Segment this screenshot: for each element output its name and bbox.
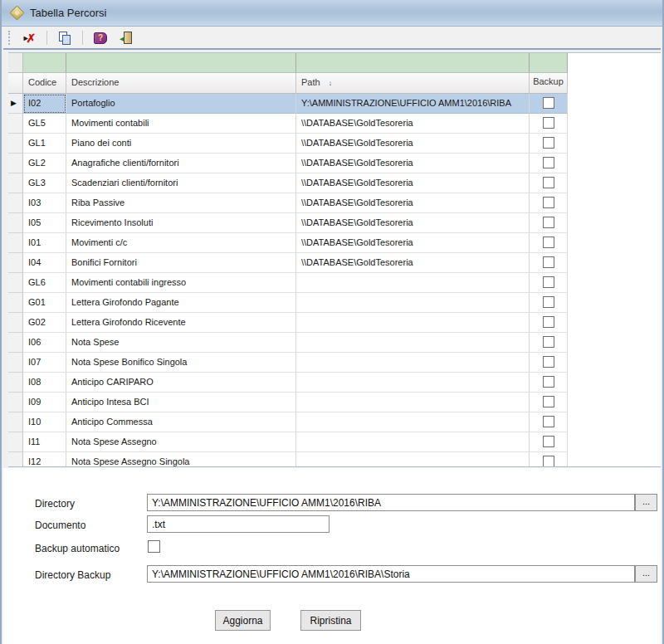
cell-descrizione[interactable]: Lettera Girofondo Pagante: [66, 293, 296, 313]
cell-descrizione[interactable]: Piano dei conti: [66, 134, 296, 154]
backup-checkbox[interactable]: [543, 376, 554, 388]
backup-checkbox[interactable]: [543, 296, 554, 308]
cell-path[interactable]: \\DATABASE\GoldTesoreria: [296, 114, 530, 134]
cell-descrizione[interactable]: Anticipo Commessa: [66, 412, 296, 432]
cell-descrizione[interactable]: Nota Spese Assegno: [66, 432, 296, 452]
backup-checkbox[interactable]: [543, 316, 554, 328]
title-bar[interactable]: Tabella Percorsi: [2, 0, 662, 27]
directory-backup-field[interactable]: Y:\AMMINISTRAZIONE\UFFICIO AMM1\2016\RIB…: [147, 565, 635, 583]
row-selector[interactable]: [8, 114, 23, 134]
ripristina-button[interactable]: Ripristina: [300, 610, 361, 631]
row-selector[interactable]: [8, 432, 23, 452]
backup-automatico-checkbox[interactable]: [148, 540, 160, 553]
cell-descrizione[interactable]: Bonifici Fornitori: [66, 253, 296, 273]
table-row[interactable]: I06Nota Spese: [8, 333, 661, 353]
cell-codice[interactable]: I01: [23, 233, 66, 253]
cell-path[interactable]: [296, 452, 530, 467]
help-button[interactable]: ?: [90, 29, 111, 47]
table-row[interactable]: I04Bonifici Fornitori\\DATABASE\GoldTeso…: [8, 253, 661, 273]
table-row[interactable]: I05Ricevimento Insoluti\\DATABASE\GoldTe…: [8, 213, 661, 233]
row-selector[interactable]: [8, 193, 23, 213]
cell-path[interactable]: [296, 393, 530, 412]
cell-descrizione[interactable]: Riba Passive: [66, 193, 296, 213]
table-row[interactable]: I08Anticipo CARIPARO: [8, 373, 661, 393]
row-selector[interactable]: [8, 293, 23, 313]
column-header-backup[interactable]: Backup: [530, 73, 568, 94]
backup-checkbox[interactable]: [543, 157, 554, 168]
cell-path[interactable]: \\DATABASE\GoldTesoreria: [296, 173, 530, 193]
cell-descrizione[interactable]: Nota Spese Bonifico Singola: [66, 353, 296, 373]
cell-path[interactable]: [296, 313, 530, 333]
table-row[interactable]: GL1Piano dei conti\\DATABASE\GoldTesorer…: [8, 134, 661, 154]
backup-checkbox[interactable]: [543, 137, 554, 149]
row-selector[interactable]: [8, 452, 23, 467]
row-selector[interactable]: [8, 393, 23, 412]
cell-codice[interactable]: I12: [23, 452, 66, 467]
filter-descrizione[interactable]: [66, 53, 296, 73]
cell-codice[interactable]: G01: [23, 293, 66, 313]
column-header-codice[interactable]: Codice: [23, 73, 66, 94]
table-row[interactable]: I09Anticipo Intesa BCI: [8, 393, 661, 412]
table-row[interactable]: I12Nota Spese Assegno Singola: [8, 452, 661, 467]
backup-checkbox[interactable]: [543, 416, 554, 427]
cell-codice[interactable]: I08: [23, 373, 66, 393]
cell-codice[interactable]: G02: [23, 313, 66, 333]
cell-codice[interactable]: GL5: [23, 114, 66, 134]
table-row[interactable]: GL3Scadenziari clienti/fornitori\\DATABA…: [8, 173, 661, 193]
backup-checkbox[interactable]: [543, 97, 554, 109]
cell-path[interactable]: [296, 293, 530, 313]
cell-codice[interactable]: GL2: [23, 154, 66, 173]
cell-path[interactable]: [296, 432, 530, 452]
directory-backup-browse-button[interactable]: ...: [635, 565, 657, 583]
table-row[interactable]: GL6Movimenti contabili ingresso: [8, 273, 661, 293]
column-header-path[interactable]: Path↓: [296, 73, 530, 94]
row-selector[interactable]: ▶: [8, 94, 23, 114]
directory-field[interactable]: Y:\AMMINISTRAZIONE\UFFICIO AMM1\2016\RIB…: [147, 494, 635, 511]
cell-codice[interactable]: I09: [23, 393, 66, 412]
table-row[interactable]: I01Movimenti c/c\\DATABASE\GoldTesoreria: [8, 233, 661, 253]
table-row[interactable]: I07Nota Spese Bonifico Singola: [8, 353, 661, 373]
table-row[interactable]: I03Riba Passive\\DATABASE\GoldTesoreria: [8, 193, 661, 213]
row-selector[interactable]: [8, 353, 23, 373]
cell-path[interactable]: [296, 353, 530, 373]
cell-path[interactable]: \\DATABASE\GoldTesoreria: [296, 213, 530, 233]
backup-checkbox[interactable]: [543, 237, 554, 248]
table-row[interactable]: GL5Movimenti contabili\\DATABASE\GoldTes…: [8, 114, 661, 134]
cell-codice[interactable]: GL6: [23, 273, 66, 293]
cell-path[interactable]: [296, 373, 530, 393]
table-row[interactable]: ▶I02PortafoglioY:\AMMINISTRAZIONE\UFFICI…: [8, 94, 661, 114]
cell-descrizione[interactable]: Lettera Girofondo Ricevente: [66, 313, 296, 333]
cell-path[interactable]: \\DATABASE\GoldTesoreria: [296, 253, 530, 273]
backup-checkbox[interactable]: [543, 276, 554, 288]
cell-descrizione[interactable]: Ricevimento Insoluti: [66, 213, 296, 233]
backup-checkbox[interactable]: [543, 197, 554, 208]
cell-path[interactable]: \\DATABASE\GoldTesoreria: [296, 154, 530, 173]
row-selector[interactable]: [8, 412, 23, 432]
row-selector[interactable]: [8, 313, 23, 333]
cell-descrizione[interactable]: Portafoglio: [66, 94, 296, 114]
toolbar-grip[interactable]: [8, 31, 12, 45]
cell-codice[interactable]: I04: [23, 253, 66, 273]
cell-path[interactable]: [296, 412, 530, 432]
row-selector[interactable]: [8, 233, 23, 253]
cell-path[interactable]: [296, 333, 530, 353]
cell-codice[interactable]: I03: [23, 193, 66, 213]
cell-codice[interactable]: I11: [23, 432, 66, 452]
table-row[interactable]: I10Anticipo Commessa: [8, 412, 661, 432]
row-selector[interactable]: [8, 373, 23, 393]
cell-descrizione[interactable]: Anticipo Intesa BCI: [66, 393, 296, 412]
cell-path[interactable]: [296, 273, 530, 293]
filter-path[interactable]: [296, 53, 530, 73]
cell-path[interactable]: \\DATABASE\GoldTesoreria: [296, 134, 530, 154]
directory-browse-button[interactable]: ...: [635, 494, 657, 511]
backup-checkbox[interactable]: [543, 336, 554, 348]
backup-checkbox[interactable]: [543, 356, 554, 368]
filter-codice[interactable]: [23, 53, 66, 73]
row-selector[interactable]: [8, 333, 23, 353]
cell-codice[interactable]: GL3: [23, 173, 66, 193]
cell-descrizione[interactable]: Anagrafiche clienti/fornitori: [66, 154, 296, 173]
row-selector[interactable]: [8, 173, 23, 193]
backup-checkbox[interactable]: [543, 117, 554, 129]
cell-descrizione[interactable]: Anticipo CARIPARO: [66, 373, 296, 393]
cell-descrizione[interactable]: Movimenti contabili ingresso: [66, 273, 296, 293]
